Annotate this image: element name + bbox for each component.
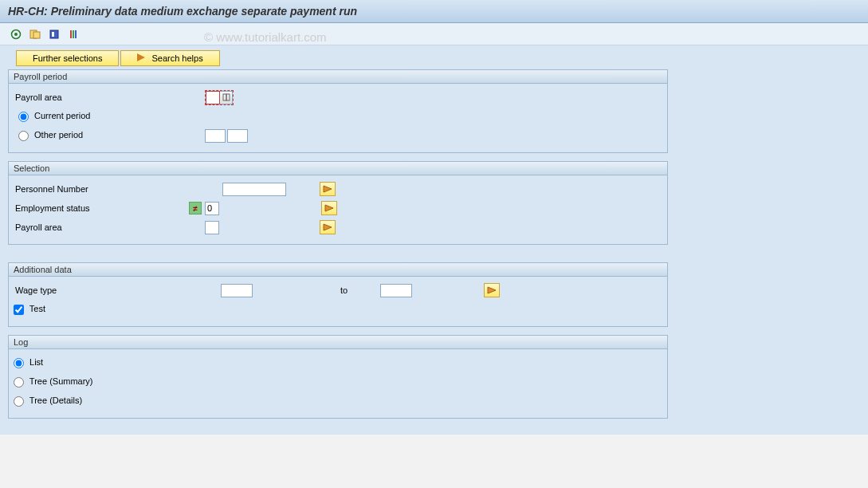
execute-icon[interactable] [8, 27, 24, 41]
group-header: Payroll period [9, 70, 667, 84]
log-tree-details-radio[interactable] [14, 396, 24, 407]
payroll-area-sel-label: Payroll area [14, 222, 141, 232]
multiple-selection-button[interactable] [320, 182, 336, 196]
search-helps-label: Search helps [151, 53, 202, 63]
search-helps-button[interactable]: Search helps [120, 50, 219, 66]
test-label: Test [29, 304, 45, 313]
log-tree-details-label: Tree (Details) [29, 396, 82, 405]
employment-status-input[interactable] [205, 202, 219, 215]
payroll-area-field-focus [205, 90, 234, 105]
svg-point-1 [14, 33, 18, 36]
svg-rect-9 [223, 94, 226, 100]
svg-rect-5 [52, 32, 54, 37]
arrow-right-icon [137, 53, 145, 63]
tool2-icon[interactable] [65, 27, 81, 41]
test-checkbox-row[interactable]: Test [14, 304, 45, 315]
group-header: Additional data [9, 263, 667, 277]
employment-status-label: Employment status [14, 203, 141, 213]
group-selection: Selection Personnel Number Employment st… [8, 161, 668, 245]
wage-type-to-input[interactable] [380, 284, 412, 297]
log-list-label: List [29, 357, 43, 367]
log-list-radio[interactable] [14, 358, 24, 368]
other-period-radio[interactable] [18, 131, 29, 141]
personnel-number-label: Personnel Number [14, 184, 141, 194]
payroll-area-input[interactable] [206, 91, 220, 104]
other-period-radio-row[interactable]: Other period [14, 130, 141, 141]
matchcode-icon[interactable] [220, 91, 233, 104]
current-period-radio-row[interactable]: Current period [14, 111, 141, 122]
group-header: Selection [9, 162, 667, 175]
payroll-area-label: Payroll area [14, 92, 141, 102]
payroll-area-sel-input[interactable] [205, 221, 219, 234]
wage-type-label: Wage type [14, 285, 141, 295]
multiple-selection-button[interactable] [320, 220, 336, 234]
tool1-icon[interactable] [46, 27, 62, 41]
test-checkbox[interactable] [14, 305, 24, 315]
get-variant-icon[interactable] [27, 27, 43, 41]
other-period-label: Other period [34, 130, 83, 140]
personnel-number-input[interactable] [222, 183, 286, 196]
current-period-radio[interactable] [18, 112, 29, 122]
log-tree-details-row[interactable]: Tree (Details) [14, 396, 82, 407]
svg-rect-6 [70, 30, 72, 38]
log-list-row[interactable]: List [14, 357, 43, 368]
page-title: HR-CH: Preliminary data medium exchange … [0, 0, 868, 23]
group-header: Log [9, 336, 667, 349]
log-tree-summary-row[interactable]: Tree (Summary) [14, 376, 93, 388]
group-log: Log List Tree (Summary) Tree (Details) [8, 335, 668, 419]
svg-rect-7 [73, 30, 74, 38]
multiple-selection-button[interactable] [321, 201, 337, 215]
group-additional-data: Additional data Wage type to Test [8, 262, 668, 327]
further-selections-button[interactable]: Further selections [16, 50, 119, 66]
svg-rect-3 [33, 32, 40, 38]
other-period-to-input[interactable] [227, 129, 248, 143]
current-period-label: Current period [34, 111, 90, 120]
group-payroll-period: Payroll period Payroll area Current peri… [8, 69, 668, 153]
other-period-from-input[interactable] [205, 129, 226, 143]
svg-rect-8 [75, 30, 77, 38]
log-tree-summary-radio[interactable] [14, 377, 24, 388]
not-equal-icon[interactable]: ≠ [189, 202, 202, 214]
to-label: to [340, 285, 380, 295]
svg-rect-10 [226, 94, 230, 100]
multiple-selection-button[interactable] [484, 283, 500, 297]
wage-type-from-input[interactable] [221, 284, 253, 297]
application-toolbar [0, 23, 868, 45]
log-tree-summary-label: Tree (Summary) [29, 376, 93, 386]
